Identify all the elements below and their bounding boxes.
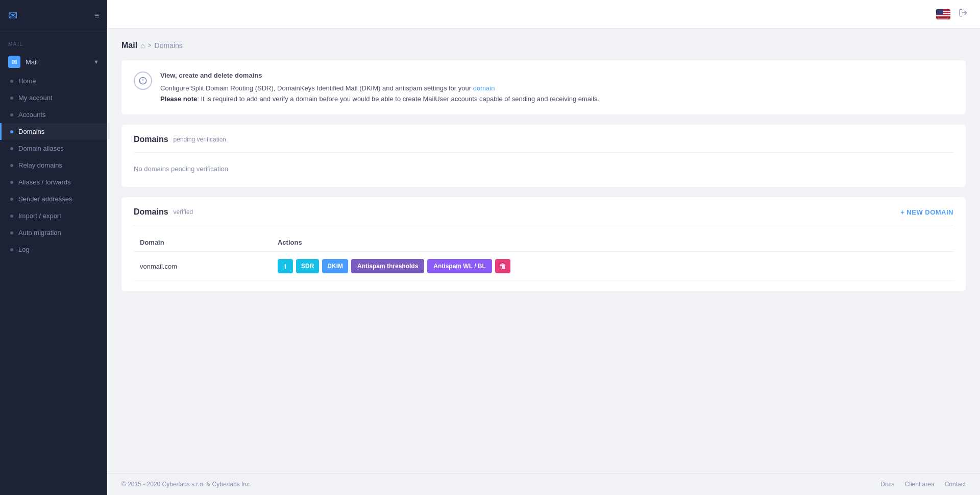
footer: © 2015 - 2020 Cyberlabs s.r.o. & Cyberla… [107,473,980,495]
mail-icon: ✉ [8,56,20,68]
sidebar-item-label: Aliases / forwards [18,178,71,186]
sidebar-section-label: MAIL [0,32,107,51]
sidebar-item-label: My account [18,94,52,102]
sidebar-item-aliases-forwards[interactable]: Aliases / forwards [0,174,107,191]
domain-link[interactable]: domain [473,84,495,92]
sdr-button[interactable]: SDR [296,259,319,273]
page-title: Mail [121,41,137,50]
dot-icon [10,80,13,83]
sidebar-item-label: Log [18,246,30,253]
sidebar-item-accounts[interactable]: Accounts [0,106,107,123]
no-pending-domains: No domains pending verification [134,161,953,177]
sidebar-item-domain-aliases[interactable]: Domain aliases [0,140,107,157]
col-domain-header: Domain [134,233,272,252]
dot-icon [10,248,13,251]
dot-icon [10,198,13,201]
footer-link-contact[interactable]: Contact [945,481,966,488]
section-divider [134,225,953,225]
sidebar-item-label: Import / export [18,212,61,220]
sidebar-parent-mail[interactable]: ✉ Mail ▼ [0,51,107,73]
col-actions-header: Actions [272,233,953,252]
delete-button[interactable]: 🗑 [495,259,510,273]
pending-section-title: Domains pending verification [134,135,226,144]
sidebar-item-label: Domain aliases [18,145,64,152]
info-card: View, create and delete domains Configur… [121,60,966,114]
dot-icon [10,231,13,234]
info-button[interactable]: i [278,259,293,273]
info-card-text: View, create and delete domains Configur… [160,70,599,104]
sidebar-item-label: Accounts [18,111,45,119]
actions-cell: i SDR DKIM Antispam thresholds Antispam … [272,252,953,281]
dot-icon [10,113,13,116]
sidebar-parent-label: Mail [26,58,38,66]
sidebar-item-my-account[interactable]: My account [0,89,107,106]
sidebar-item-relay-domains[interactable]: Relay domains [0,157,107,174]
verified-section-title: Domains verified [134,207,193,217]
mail-logo-icon: ✉ [8,9,17,22]
copyright-text: © 2015 - 2020 Cyberlabs s.r.o. & Cyberla… [121,481,251,488]
domains-table: Domain Actions vonmail.com i SDR DKIM An… [134,233,953,281]
info-note: Please note: It is required to add and v… [160,94,599,105]
chevron-down-icon: ▼ [93,59,99,65]
sidebar-item-label: Sender addresses [18,195,72,203]
footer-link-client-area[interactable]: Client area [905,481,935,488]
verified-section-header: Domains verified + NEW DOMAIN [134,207,953,217]
action-buttons: i SDR DKIM Antispam thresholds Antispam … [278,259,947,273]
sidebar-item-home[interactable]: Home [0,73,107,89]
info-circle-icon [134,72,152,90]
sidebar-item-sender-addresses[interactable]: Sender addresses [0,191,107,207]
dkim-button[interactable]: DKIM [322,259,348,273]
sidebar-item-label: Home [18,77,36,85]
table-row: vonmail.com i SDR DKIM Antispam threshol… [134,252,953,281]
dot-icon [10,97,13,100]
sidebar-item-auto-migration[interactable]: Auto migration [0,224,107,241]
sidebar: ✉ ≡ MAIL ✉ Mail ▼ Home My account Accoun… [0,0,107,495]
new-domain-button[interactable]: + NEW DOMAIN [900,208,953,216]
info-description: Configure Split Domain Routing (SDR), Do… [160,83,599,94]
dot-icon [10,181,13,184]
section-divider [134,152,953,153]
sidebar-item-label: Domains [18,128,44,135]
antispam-wl-bl-button[interactable]: Antispam WL / BL [427,259,492,273]
sidebar-item-label: Auto migration [18,229,61,237]
dot-icon [10,164,13,167]
antispam-thresholds-button[interactable]: Antispam thresholds [351,259,424,273]
sidebar-header: ✉ ≡ [0,0,107,32]
home-icon: ⌂ [140,41,144,50]
sidebar-item-import-export[interactable]: Import / export [0,207,107,224]
verified-badge: verified [174,208,193,216]
verified-domains-section: Domains verified + NEW DOMAIN Domain Act… [121,197,966,291]
pending-badge: pending verification [174,136,226,143]
dot-icon [10,215,13,218]
footer-links: Docs Client area Contact [880,481,966,488]
domain-cell: vonmail.com [134,252,272,281]
pending-domains-section: Domains pending verification No domains … [121,125,966,187]
topbar [107,0,980,29]
flag-us-icon[interactable] [936,9,950,19]
sidebar-item-label: Relay domains [18,161,62,169]
content-area: Mail ⌂ > Domains View, create and delete… [107,29,980,473]
breadcrumb: Mail ⌂ > Domains [121,41,966,50]
info-title: View, create and delete domains [160,70,599,81]
dot-icon [10,130,13,133]
breadcrumb-separator: > [148,42,152,49]
pending-section-header: Domains pending verification [134,135,953,144]
sidebar-item-domains[interactable]: Domains [0,123,107,140]
sidebar-item-log[interactable]: Log [0,241,107,258]
main-content: Mail ⌂ > Domains View, create and delete… [107,0,980,495]
dot-icon [10,147,13,150]
footer-link-docs[interactable]: Docs [880,481,894,488]
hamburger-menu-icon[interactable]: ≡ [94,11,99,20]
breadcrumb-current: Domains [155,41,183,50]
logout-icon[interactable] [959,8,968,20]
